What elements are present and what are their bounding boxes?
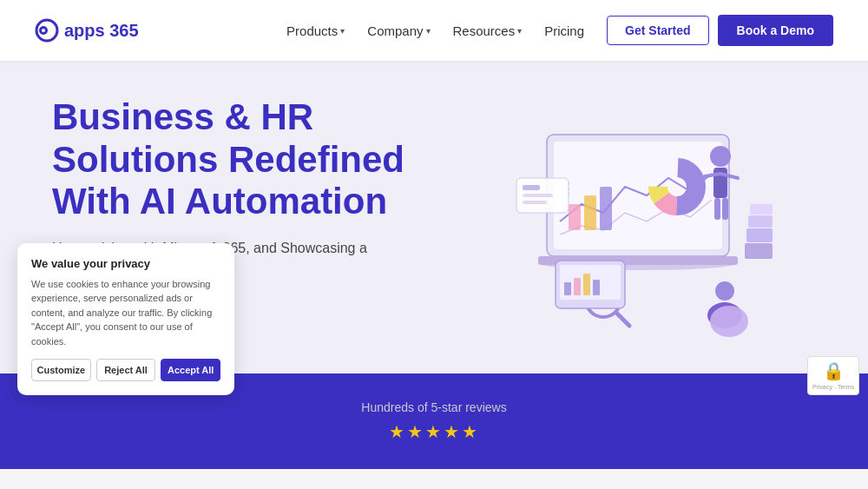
svg-point-19 <box>715 281 734 301</box>
chevron-down-icon: ▾ <box>426 26 431 36</box>
svg-rect-33 <box>593 280 600 295</box>
nav-link-resources[interactable]: Resources ▾ <box>444 18 531 43</box>
svg-rect-6 <box>584 195 596 230</box>
nav-item-products[interactable]: Products ▾ <box>278 18 353 43</box>
accept-all-button[interactable]: Accept All <box>161 359 220 381</box>
svg-rect-17 <box>714 198 720 220</box>
logo-text: apps 365 <box>64 21 139 41</box>
nav-link-pricing[interactable]: Pricing <box>536 18 593 43</box>
svg-point-21 <box>710 306 748 337</box>
svg-point-2 <box>42 29 45 32</box>
get-started-button[interactable]: Get Started <box>607 16 708 45</box>
svg-rect-5 <box>569 204 581 230</box>
svg-rect-37 <box>523 201 547 204</box>
customize-button[interactable]: Customize <box>31 359 91 381</box>
nav-links: Products ▾ Company ▾ Resources ▾ Pricing <box>278 18 593 43</box>
book-demo-button[interactable]: Book a Demo <box>718 15 833 46</box>
chevron-down-icon: ▾ <box>517 26 522 36</box>
logo-link[interactable]: apps 365 <box>35 18 139 43</box>
svg-rect-35 <box>523 185 540 190</box>
svg-rect-7 <box>600 187 612 230</box>
svg-rect-24 <box>748 215 773 228</box>
cookie-text: We use cookies to enhance your browsing … <box>31 277 220 349</box>
cookie-banner: We value your privacy We use cookies to … <box>17 243 234 396</box>
recaptcha-icon: 🔒 <box>812 360 855 381</box>
svg-point-13 <box>710 146 731 167</box>
logo-icon <box>35 18 59 43</box>
nav-link-company[interactable]: Company ▾ <box>358 18 438 43</box>
chevron-down-icon: ▾ <box>340 26 345 36</box>
hero-illustration <box>434 100 816 343</box>
hero-title: Business & HRSolutions RedefinedWith AI … <box>52 96 434 222</box>
svg-rect-36 <box>523 194 553 197</box>
svg-rect-22 <box>745 243 773 259</box>
svg-rect-30 <box>564 282 571 295</box>
nav-item-pricing[interactable]: Pricing <box>536 18 593 43</box>
cookie-title: We value your privacy <box>31 257 220 270</box>
svg-line-27 <box>616 313 629 326</box>
nav-item-company[interactable]: Company ▾ <box>358 18 438 43</box>
nav-link-products[interactable]: Products ▾ <box>278 18 353 43</box>
svg-rect-31 <box>574 278 581 295</box>
svg-rect-23 <box>746 228 773 242</box>
reject-all-button[interactable]: Reject All <box>96 359 156 381</box>
recaptcha-badge: 🔒 Privacy - Terms <box>807 356 859 395</box>
svg-rect-32 <box>583 274 590 295</box>
svg-rect-18 <box>722 198 728 220</box>
hero-illustration-svg <box>469 100 781 343</box>
navbar: apps 365 Products ▾ Company ▾ Resources … <box>0 0 868 61</box>
cookie-buttons: Customize Reject All Accept All <box>31 359 220 381</box>
review-text: Hundreds of 5-star reviews <box>361 400 506 414</box>
star-rating: ★★★★★ <box>389 421 480 442</box>
recaptcha-label: Privacy - Terms <box>812 383 855 391</box>
svg-rect-25 <box>750 204 773 215</box>
nav-item-resources[interactable]: Resources ▾ <box>444 18 531 43</box>
